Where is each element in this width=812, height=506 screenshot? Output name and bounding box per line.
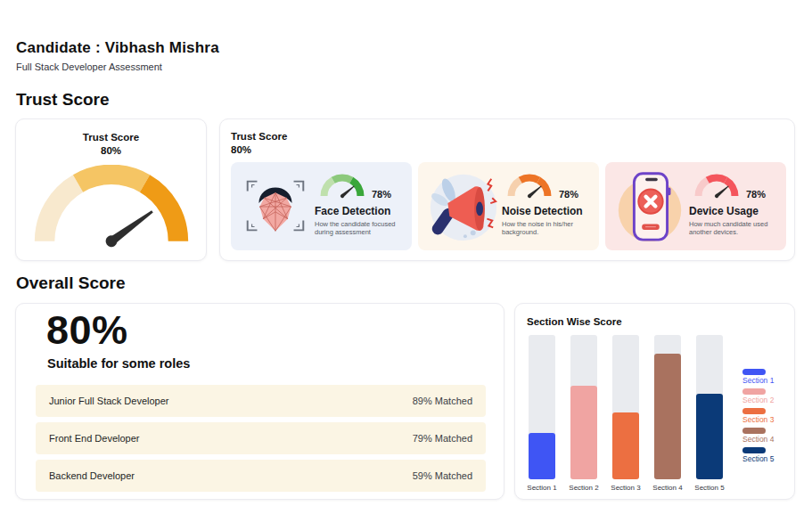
trust-score-gauge-card: Trust Score 80%	[15, 118, 207, 261]
device-usage-card: 78% Device Usage How much candidate used…	[605, 162, 786, 250]
legend-item-section-2[interactable]: Section 2	[742, 388, 774, 404]
gauge-needle	[527, 184, 543, 199]
device-usage-gauge	[689, 167, 744, 201]
bar-section-4: Section 4	[654, 335, 681, 492]
trust-gauge-title: Trust Score	[16, 131, 206, 144]
role-name: Front End Developer	[49, 433, 140, 444]
role-match: 89% Matched	[413, 396, 472, 406]
noise-detection-card: 78% Noise Detection How the noise in his…	[418, 162, 599, 250]
device-usage-description: How much candidate used another devices.	[689, 220, 775, 237]
legend-label: Section 2	[742, 396, 774, 404]
bar-chart: Section 1 Section 2 Section 3 Section 4 …	[529, 335, 723, 492]
role-row: Junior Full Stack Developer 89% Matched	[36, 385, 486, 417]
legend-label: Section 4	[742, 435, 774, 444]
overall-score-value: 80%	[46, 307, 128, 354]
trust-gauge-value: 80%	[16, 144, 206, 158]
trust-score-gauge	[30, 165, 193, 256]
bar-fill	[529, 433, 555, 479]
bar-section-1: Section 1	[529, 335, 555, 492]
face-scan-illustration	[236, 167, 315, 245]
bar-section-2: Section 2	[570, 335, 597, 492]
face-detection-title: Face Detection	[315, 205, 408, 217]
bar-label: Section 4	[652, 484, 682, 492]
bar-label: Section 1	[527, 484, 556, 492]
face-detection-value: 78%	[372, 189, 391, 200]
matched-roles-list: Junior Full Stack Developer 89% Matched …	[36, 385, 486, 492]
role-match: 59% Matched	[413, 470, 472, 481]
role-name: Junior Full Stack Developer	[49, 396, 169, 406]
overall-score-verdict: Suitable for some roles	[47, 356, 190, 371]
legend-label: Section 1	[742, 376, 774, 385]
device-usage-title: Device Usage	[689, 205, 783, 217]
role-name: Backend Developer	[49, 470, 135, 481]
trust-score-panel: Trust Score 80%	[219, 118, 795, 261]
phone-blocked-illustration	[611, 167, 689, 245]
page-title: Candidate : Vibhash Mishra	[16, 39, 219, 57]
legend-item-section-3[interactable]: Section 3	[742, 408, 774, 424]
bar-fill	[570, 386, 597, 479]
candidate-assessment-page: Candidate : Vibhash Mishra Full Stack De…	[0, 0, 812, 506]
legend-swatch	[742, 447, 766, 453]
overall-score-heading: Overall Score	[16, 273, 126, 293]
face-detection-card: 78% Face Detection How the candidate foc…	[231, 162, 412, 250]
face-detection-description: How the candidate focused during assessm…	[315, 220, 400, 237]
section-wise-score-card: Section Wise Score Section 1 Section 2 S…	[514, 303, 795, 500]
bar-label: Section 2	[569, 484, 598, 492]
noise-detection-value: 78%	[559, 189, 578, 200]
noise-detection-gauge	[502, 167, 557, 201]
megaphone-illustration	[423, 167, 502, 245]
bar-label: Section 3	[611, 484, 640, 492]
legend-swatch	[742, 408, 766, 414]
trust-score-heading: Trust Score	[16, 90, 110, 110]
legend-swatch	[742, 428, 766, 434]
trust-panel-value: 80%	[231, 143, 287, 157]
noise-detection-description: How the noise in his/her background.	[502, 220, 587, 237]
bar-section-5: Section 5	[696, 335, 723, 492]
legend-item-section-1[interactable]: Section 1	[742, 369, 774, 385]
device-usage-value: 78%	[746, 189, 766, 200]
bar-section-3: Section 3	[612, 335, 639, 492]
chart-title: Section Wise Score	[527, 316, 622, 327]
noise-detection-title: Noise Detection	[502, 205, 595, 217]
gauge-needle	[103, 207, 156, 249]
role-row: Backend Developer 59% Matched	[36, 460, 486, 492]
legend-item-section-4[interactable]: Section 4	[742, 428, 774, 444]
overall-score-card: 80% Suitable for some roles Junior Full …	[15, 303, 504, 500]
bar-fill	[612, 412, 639, 479]
bar-fill	[696, 394, 723, 479]
legend-swatch	[742, 369, 766, 375]
gauge-segment-low	[45, 184, 78, 241]
role-match: 79% Matched	[413, 433, 472, 444]
bar-fill	[654, 354, 681, 479]
legend-swatch	[742, 388, 766, 395]
trust-panel-title: Trust Score	[231, 130, 287, 143]
role-row: Front End Developer 79% Matched	[36, 422, 486, 454]
page-subtitle: Full Stack Developer Assessment	[16, 61, 162, 72]
gauge-needle	[340, 184, 356, 199]
gauge-needle	[714, 184, 730, 199]
face-detection-gauge	[315, 167, 370, 201]
legend-label: Section 3	[742, 415, 774, 424]
chart-legend: Section 1 Section 2 Section 3 Section 4 …	[742, 369, 774, 463]
bar-label: Section 5	[694, 484, 724, 492]
legend-label: Section 5	[742, 454, 774, 463]
gauge-segment-mid	[78, 175, 144, 184]
legend-item-section-5[interactable]: Section 5	[742, 447, 774, 463]
